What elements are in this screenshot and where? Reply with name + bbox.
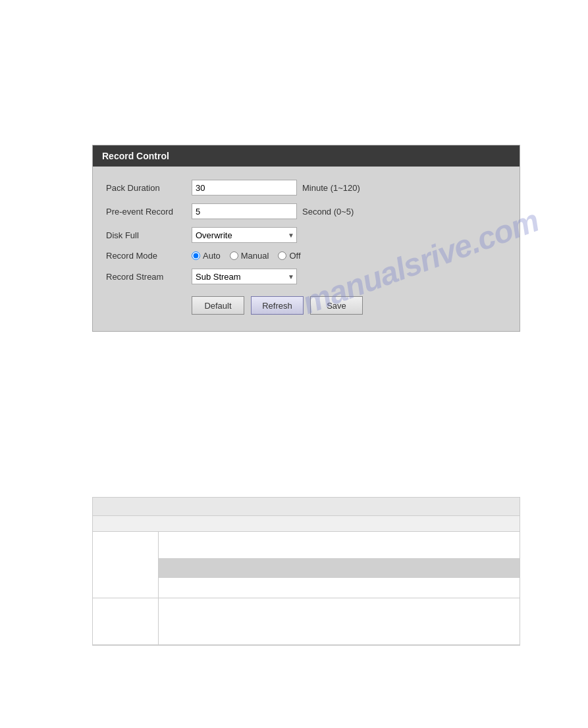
save-button[interactable]: Save	[310, 296, 363, 315]
bottom-table	[92, 497, 520, 646]
refresh-button[interactable]: Refresh	[251, 296, 304, 315]
page-wrapper: Record Control Pack Duration Minute (1~1…	[0, 0, 588, 728]
record-mode-off-label: Off	[289, 251, 300, 261]
gray-bar	[159, 558, 520, 578]
table-subheader	[93, 516, 520, 532]
record-mode-auto-radio[interactable]	[192, 251, 200, 260]
pre-event-record-row: Pre-event Record Second (0~5)	[106, 203, 506, 219]
record-mode-row: Record Mode Auto Manual Off	[106, 251, 506, 261]
table-row-1-col-left	[93, 532, 159, 598]
table-row-2-col-left	[93, 598, 159, 644]
record-stream-select-wrapper: Sub Stream Main Stream ▼	[192, 269, 297, 284]
record-mode-manual-radio[interactable]	[230, 251, 238, 260]
table-row-2-col-right	[159, 598, 520, 644]
record-stream-select[interactable]: Sub Stream Main Stream	[192, 269, 297, 284]
pack-duration-input[interactable]	[192, 180, 297, 195]
record-mode-auto-label: Auto	[203, 251, 221, 261]
disk-full-select-wrapper: Overwrite Stop ▼	[192, 227, 297, 243]
record-mode-manual-label: Manual	[241, 251, 269, 261]
record-mode-off-radio[interactable]	[278, 251, 286, 260]
pack-duration-row: Pack Duration Minute (1~120)	[106, 180, 506, 195]
pack-duration-label: Pack Duration	[106, 183, 192, 193]
disk-full-select[interactable]: Overwrite Stop	[192, 227, 297, 243]
panel-title: Record Control	[102, 151, 169, 161]
record-mode-label: Record Mode	[106, 251, 192, 261]
pre-event-record-unit: Second (0~5)	[302, 207, 354, 217]
table-row-2	[93, 598, 520, 645]
record-stream-label: Record Stream	[106, 272, 192, 282]
record-control-panel: Record Control Pack Duration Minute (1~1…	[92, 145, 520, 332]
record-mode-off[interactable]: Off	[278, 251, 300, 261]
disk-full-label: Disk Full	[106, 230, 192, 240]
table-row-1-col-right	[159, 532, 520, 598]
panel-body: Pack Duration Minute (1~120) Pre-event R…	[93, 167, 520, 331]
record-mode-manual[interactable]: Manual	[230, 251, 269, 261]
default-button[interactable]: Default	[192, 296, 244, 315]
disk-full-row: Disk Full Overwrite Stop ▼	[106, 227, 506, 243]
pre-event-record-input[interactable]	[192, 203, 297, 219]
panel-header: Record Control	[93, 145, 520, 167]
record-stream-row: Record Stream Sub Stream Main Stream ▼	[106, 269, 506, 284]
button-row: Default Refresh Save	[192, 296, 506, 315]
record-mode-auto[interactable]: Auto	[192, 251, 221, 261]
pack-duration-unit: Minute (1~120)	[302, 183, 360, 193]
table-header	[93, 498, 520, 516]
record-mode-radio-group: Auto Manual Off	[192, 251, 301, 261]
table-row-1	[93, 532, 520, 598]
pre-event-record-label: Pre-event Record	[106, 207, 192, 217]
